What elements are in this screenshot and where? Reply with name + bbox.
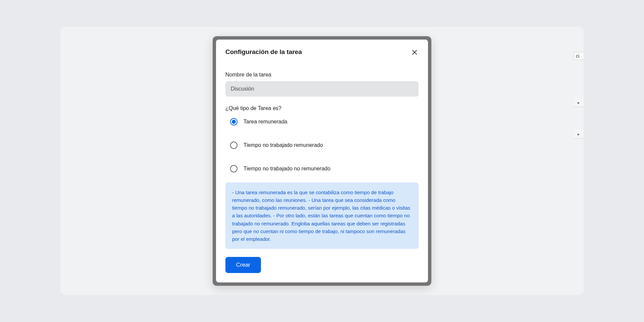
modal-backdrop: Configuración de la tarea Nombre de la t…	[213, 36, 431, 286]
info-text: - Una tarea remunerada es la que se cont…	[232, 189, 412, 243]
outer-frame: ci ▸ ▸ Configuración de la tarea Nombre …	[60, 27, 584, 295]
create-button[interactable]: Crear	[225, 257, 261, 273]
radio-label: Tarea remunerada	[244, 119, 287, 125]
modal-title: Configuración de la tarea	[225, 48, 302, 56]
task-config-modal: Configuración de la tarea Nombre de la t…	[216, 40, 428, 283]
close-button[interactable]	[411, 49, 419, 57]
task-type-radio-group: Tarea remunerada Tiempo no trabajado rem…	[225, 115, 419, 176]
radio-label: Tiempo no trabajado remunerado	[244, 142, 323, 148]
modal-header: Configuración de la tarea	[225, 48, 419, 57]
background-arrow-icon: ▸	[574, 130, 584, 139]
radio-dot-icon	[232, 120, 236, 124]
task-name-label: Nombre de la tarea	[225, 72, 419, 78]
radio-label: Tiempo no trabajado no remunerado	[244, 166, 330, 172]
radio-icon	[230, 118, 237, 125]
radio-option-paid-task[interactable]: Tarea remunerada	[225, 115, 419, 129]
close-icon	[412, 49, 417, 56]
background-arrow-icon: ▸	[574, 98, 584, 107]
task-name-input[interactable]	[225, 81, 419, 97]
task-type-label: ¿Qué tipo de Tarea es?	[225, 105, 419, 111]
radio-option-unworked-unpaid[interactable]: Tiempo no trabajado no remunerado	[225, 162, 419, 176]
radio-option-unworked-paid[interactable]: Tiempo no trabajado remunerado	[225, 138, 419, 152]
info-box: - Una tarea remunerada es la que se cont…	[225, 182, 419, 249]
radio-icon	[230, 165, 237, 172]
radio-icon	[230, 142, 237, 149]
background-hint: ci	[574, 52, 584, 60]
